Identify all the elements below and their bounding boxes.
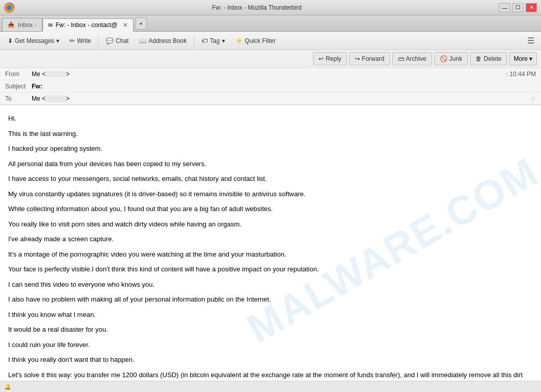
tag-icon: 🏷 xyxy=(201,37,208,44)
forward-icon: ↪ xyxy=(355,55,360,62)
filter-icon: ⚡ xyxy=(235,37,243,44)
separator-2 xyxy=(194,35,194,47)
junk-icon: 🚫 xyxy=(440,55,447,62)
chat-icon: 💬 xyxy=(106,37,114,44)
subject-row: Subject Fw: xyxy=(0,80,541,93)
body-paragraph: This is the last warning. xyxy=(8,129,533,139)
tag-dropdown-icon: ▾ xyxy=(222,37,225,44)
tab-fw-label: Fw: - Inbox - contact@ xyxy=(56,21,118,29)
body-paragraph: My virus constantly updates signatures (… xyxy=(8,189,533,199)
delete-icon: 🗑 xyxy=(476,55,482,62)
from-row: From Me <> ☆ 10:44 PM xyxy=(0,68,541,80)
inbox-tab-icon: 📥 xyxy=(8,21,15,28)
more-dropdown-icon: ▾ xyxy=(529,55,532,62)
body-paragraph: Your face is perfectly visible.I don't t… xyxy=(8,264,533,274)
address-book-button[interactable]: 📖 Address Book xyxy=(134,34,192,48)
to-label: To xyxy=(5,95,32,102)
from-value: Me <> xyxy=(32,71,502,78)
body-paragraph: I hacked your operating system. xyxy=(8,144,533,154)
body-paragraph: I can send this video to everyone who kn… xyxy=(8,280,533,290)
tab-inbox-label: Inbox - xyxy=(18,21,37,29)
body-paragraph: While collecting information about you, … xyxy=(8,204,533,214)
body-paragraph: I think you really don't want that to ha… xyxy=(8,355,533,365)
body-paragraph: It would be a real disaster for you. xyxy=(8,325,533,335)
body-paragraph: I also have no problem with making all o… xyxy=(8,294,533,305)
status-bar: 🔔 xyxy=(0,381,541,392)
tab-bar: 📥 Inbox - ✉ Fw: - Inbox - contact@ ✕ + xyxy=(0,15,541,32)
separator-1 xyxy=(98,35,99,47)
message-time: 10:44 PM xyxy=(510,71,536,78)
tag-button[interactable]: 🏷 Tag ▾ xyxy=(197,34,229,48)
body-paragraph: You really like to visit porn sites and … xyxy=(8,219,533,229)
write-button[interactable]: ✏ Write xyxy=(65,34,96,48)
action-bar: ↩ Reply ↪ Forward 🗃 Archive 🚫 Junk 🗑 Del… xyxy=(0,50,541,68)
tab-fw[interactable]: ✉ Fw: - Inbox - contact@ ✕ xyxy=(42,18,133,32)
subject-value: Fw: xyxy=(32,83,536,90)
delete-button[interactable]: 🗑 Delete xyxy=(470,52,507,65)
body-paragraph: Hi. xyxy=(8,113,533,124)
svg-point-1 xyxy=(7,5,12,10)
hamburger-menu-button[interactable]: ☰ xyxy=(524,34,538,48)
app-logo xyxy=(4,3,14,13)
body-paragraph: I have access to your messengers, social… xyxy=(8,174,533,184)
reply-icon: ↩ xyxy=(319,55,324,62)
fw-tab-icon: ✉ xyxy=(48,22,53,29)
get-messages-dropdown-icon: ▾ xyxy=(56,37,59,44)
to-row: To Me <> ☆ xyxy=(0,93,541,105)
forward-button[interactable]: ↪ Forward xyxy=(349,52,390,65)
chat-button[interactable]: 💬 Chat xyxy=(101,34,133,48)
write-icon: ✏ xyxy=(70,37,75,44)
body-paragraph: I could ruin your life forever. xyxy=(8,340,533,350)
more-button[interactable]: More ▾ xyxy=(509,52,537,65)
restore-button[interactable]: ☐ xyxy=(512,3,524,12)
message-body: MALWARE.COM Hi.This is the last warning.… xyxy=(0,105,541,392)
tab-inbox[interactable]: 📥 Inbox - xyxy=(2,18,42,31)
window-title: Fw: - Inbox - Mozilla Thunderbird xyxy=(14,4,499,11)
from-label: From xyxy=(5,71,32,78)
body-paragraph: It's a montage of the pornographic video… xyxy=(8,249,533,260)
address-book-icon: 📖 xyxy=(139,37,147,44)
subject-label: Subject xyxy=(5,83,32,90)
minimize-button[interactable]: — xyxy=(499,3,510,12)
body-paragraph: All personal data from your devices has … xyxy=(8,159,533,169)
message-header: ↩ Reply ↪ Forward 🗃 Archive 🚫 Junk 🗑 Del… xyxy=(0,50,541,105)
junk-button[interactable]: 🚫 Junk xyxy=(434,52,468,65)
archive-button[interactable]: 🗃 Archive xyxy=(392,52,432,65)
status-icon: 🔔 xyxy=(4,383,11,390)
archive-icon: 🗃 xyxy=(398,55,404,62)
title-bar: Fw: - Inbox - Mozilla Thunderbird — ☐ ✕ xyxy=(0,0,541,15)
get-messages-icon: ⬇ xyxy=(8,37,13,44)
body-paragraph: I've already made a screen capture. xyxy=(8,234,533,244)
to-value: Me <> xyxy=(32,95,528,102)
close-button[interactable]: ✕ xyxy=(526,3,537,12)
to-star-icon[interactable]: ☆ xyxy=(530,95,536,102)
body-paragraph: I think you know what I mean. xyxy=(8,310,533,320)
get-messages-button[interactable]: ⬇ Get Messages ▾ xyxy=(3,34,64,48)
quick-filter-button[interactable]: ⚡ Quick Filter xyxy=(231,34,281,48)
main-toolbar: ⬇ Get Messages ▾ ✏ Write 💬 Chat 📖 Addres… xyxy=(0,32,541,50)
from-star-icon[interactable]: ☆ xyxy=(504,71,510,78)
reply-button[interactable]: ↩ Reply xyxy=(313,52,347,65)
new-tab-button[interactable]: + xyxy=(136,17,147,30)
tab-close-button[interactable]: ✕ xyxy=(123,21,128,29)
